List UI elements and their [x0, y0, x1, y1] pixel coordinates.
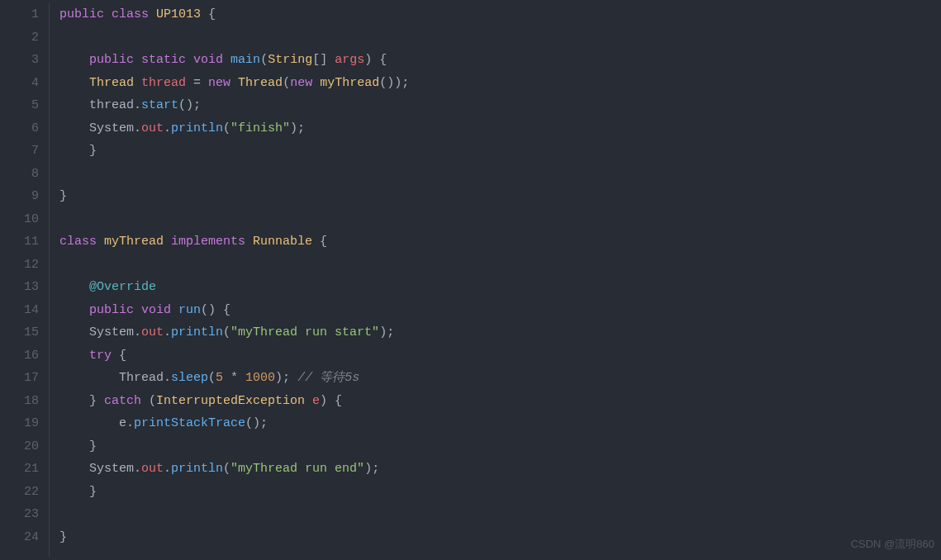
- token-plain: [223, 53, 230, 67]
- token-fn-blue: println: [171, 462, 223, 476]
- token-plain: [104, 7, 112, 21]
- token-type-yellow: Thread: [89, 76, 134, 90]
- code-line[interactable]: class myThread implements Runnable {: [59, 230, 409, 254]
- token-plain: ();: [178, 98, 201, 112]
- code-line[interactable]: public void run() {: [59, 299, 409, 322]
- line-number: 17: [0, 367, 39, 390]
- token-fn-blue: println: [171, 121, 223, 135]
- line-number: 14: [0, 299, 39, 322]
- token-plain: );: [290, 121, 305, 135]
- code-line[interactable]: [59, 163, 409, 186]
- token-num: 1000: [245, 371, 275, 385]
- token-plain: [134, 303, 141, 317]
- code-line[interactable]: [59, 26, 409, 50]
- code-line[interactable]: @Override: [59, 276, 409, 299]
- token-fn-blue: run: [178, 303, 201, 317]
- token-plain: [134, 53, 141, 67]
- token-plain: [59, 280, 89, 294]
- token-kw-purple: public: [89, 53, 134, 67]
- token-fn-blue: start: [141, 98, 178, 112]
- token-var-red: out: [141, 325, 164, 339]
- line-number: 4: [0, 72, 39, 95]
- token-num: 5: [216, 371, 223, 385]
- token-plain: [97, 235, 104, 249]
- code-line[interactable]: public class UP1013 {: [59, 3, 409, 26]
- code-editor[interactable]: 123456789101112131415161718192021222324 …: [0, 0, 941, 560]
- code-line[interactable]: System.out.println("myThread run start")…: [59, 321, 409, 344]
- token-var-red: out: [141, 121, 164, 135]
- token-var-red: args: [335, 53, 364, 67]
- line-number: 21: [0, 458, 39, 481]
- token-plain: }: [59, 144, 97, 158]
- token-kw-purple: new: [208, 76, 230, 90]
- code-line[interactable]: [59, 503, 409, 526]
- code-line[interactable]: } catch (InterruptedException e) {: [59, 390, 409, 413]
- line-number: 1: [0, 3, 39, 26]
- code-line[interactable]: }: [59, 140, 409, 163]
- token-fn-blue: main: [230, 53, 260, 67]
- code-line[interactable]: [59, 254, 409, 277]
- token-kw-purple: try: [89, 349, 112, 363]
- token-plain: [59, 303, 89, 317]
- token-type-yellow: myThread: [104, 235, 164, 249]
- code-line[interactable]: thread.start();: [59, 94, 409, 117]
- code-line[interactable]: e.printStackTrace();: [59, 412, 409, 435]
- token-plain: );: [275, 371, 297, 385]
- line-number: 11: [0, 230, 39, 254]
- line-number: 23: [0, 503, 39, 526]
- code-line[interactable]: }: [59, 435, 409, 458]
- token-fn-blue: println: [171, 325, 223, 339]
- token-plain: {: [201, 7, 216, 21]
- token-plain: ();: [245, 416, 268, 430]
- token-kw-purple: public: [59, 7, 104, 21]
- code-line[interactable]: }: [59, 526, 409, 549]
- token-plain: [230, 76, 238, 90]
- token-kw-purple: catch: [104, 394, 141, 408]
- line-number: 16: [0, 344, 39, 368]
- line-number: 8: [0, 163, 39, 186]
- line-number: 18: [0, 390, 39, 413]
- code-line[interactable]: Thread thread = new Thread(new myThread(…: [59, 72, 409, 95]
- token-type-yellow: Thread: [238, 76, 283, 90]
- token-type-yellow: Runnable: [253, 235, 312, 249]
- token-plain: [171, 303, 178, 317]
- token-plain: ) {: [320, 394, 342, 408]
- token-plain: }: [59, 485, 97, 499]
- token-plain: {: [112, 349, 126, 363]
- token-string: "finish": [230, 121, 290, 135]
- code-area[interactable]: public class UP1013 { public static void…: [50, 3, 409, 557]
- token-plain: () {: [201, 303, 230, 317]
- code-line[interactable]: public static void main(String[] args) {: [59, 49, 409, 72]
- token-plain: }: [59, 394, 104, 408]
- code-line[interactable]: System.out.println("myThread run end");: [59, 458, 409, 481]
- code-line[interactable]: System.out.println("finish");: [59, 117, 409, 140]
- line-number-gutter: 123456789101112131415161718192021222324: [0, 3, 50, 557]
- code-line[interactable]: try {: [59, 344, 409, 368]
- line-number: 13: [0, 276, 39, 299]
- line-number: 22: [0, 481, 39, 504]
- token-plain: [186, 53, 193, 67]
- token-kw-purple: static: [141, 53, 186, 67]
- line-number: 24: [0, 526, 39, 549]
- token-plain: );: [379, 325, 394, 339]
- token-plain: [149, 7, 156, 21]
- token-plain: }: [59, 439, 97, 453]
- code-line[interactable]: [59, 208, 409, 231]
- token-var-red: out: [141, 462, 164, 476]
- token-plain: [312, 76, 320, 90]
- token-var-red: thread: [141, 76, 186, 90]
- code-line[interactable]: }: [59, 481, 409, 504]
- token-fn-teal: @Override: [89, 280, 156, 294]
- token-plain: ());: [379, 76, 409, 90]
- watermark-text: CSDN @流明860: [851, 533, 934, 556]
- code-line[interactable]: }: [59, 185, 409, 208]
- token-plain: [134, 76, 141, 90]
- line-number: 12: [0, 254, 39, 277]
- token-plain: [245, 235, 253, 249]
- line-number: 9: [0, 185, 39, 208]
- token-plain: [164, 235, 171, 249]
- code-line[interactable]: Thread.sleep(5 * 1000); // 等待5s: [59, 367, 409, 390]
- token-type-yellow: String: [268, 53, 312, 67]
- token-comment: // 等待5s: [297, 371, 359, 385]
- line-number: 20: [0, 435, 39, 458]
